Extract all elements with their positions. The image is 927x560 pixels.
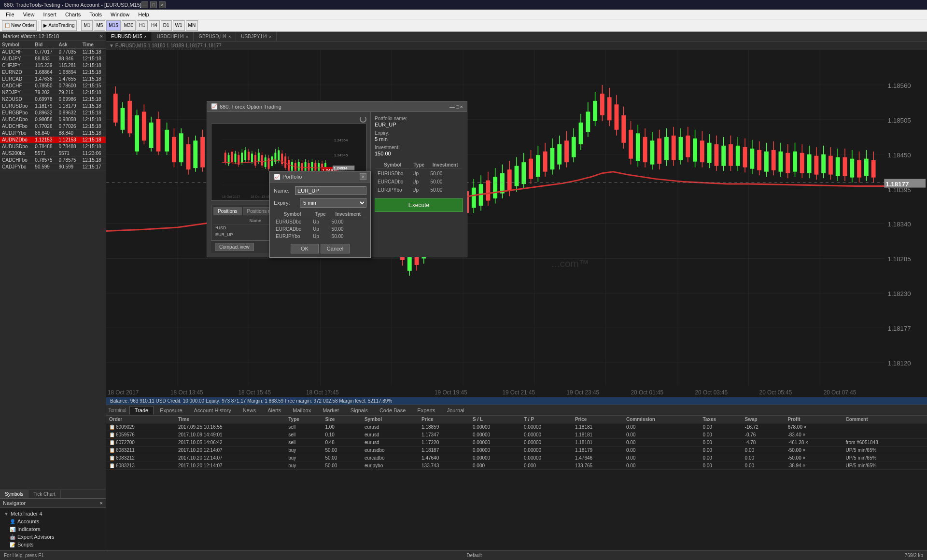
maximize-button[interactable]: □: [150, 1, 157, 8]
term-tab-mailbox[interactable]: Mailbox: [287, 406, 316, 415]
chart-tab-usdchf[interactable]: USDCHF,H4 ×: [152, 32, 194, 41]
portfolio-name-input[interactable]: [295, 186, 366, 195]
market-watch-table[interactable]: Symbol Bid Ask Time AUDCHF 0.77017 0.770…: [0, 41, 106, 490]
market-watch-row[interactable]: AUDJPY 88.833 88.846 12:15:18: [0, 56, 106, 62]
market-watch-row[interactable]: CHFJPY 115.239 115.281 12:15:18: [0, 62, 106, 69]
menu-view[interactable]: View: [19, 11, 39, 18]
autotrading-button[interactable]: ▶ AutoTrading: [41, 20, 77, 31]
nav-indicators[interactable]: 📊 Indicators: [2, 525, 104, 533]
market-watch-row[interactable]: AUDCHFbo 0.77026 0.77026 12:15:18: [0, 123, 106, 130]
chart-tab-eurusd[interactable]: EURUSD,M15 ×: [106, 32, 152, 41]
market-watch-row[interactable]: AUS200bo 5571 5571 11:23:06: [0, 150, 106, 157]
toolbar-btn-m5[interactable]: M5: [94, 20, 105, 31]
execute-button[interactable]: Execute: [375, 198, 463, 212]
market-watch-row[interactable]: EURNZD 1.68864 1.68894 12:15:18: [0, 69, 106, 76]
portfolio-ok-button[interactable]: OK: [291, 244, 319, 253]
trade-row[interactable]: 📋6059576 2017.10.09 14:49:01 sell 0.10 e…: [106, 431, 927, 439]
menu-tools[interactable]: Tools: [85, 11, 106, 18]
market-watch-row[interactable]: CADCHF 0.78550 0.78600 12:15:15: [0, 83, 106, 89]
trade-taxes: 0.00: [700, 439, 742, 447]
mw-ask: 88.840: [57, 130, 81, 137]
forex-refresh-icon[interactable]: [360, 116, 366, 123]
toolbar-btn-m15[interactable]: M15: [106, 20, 120, 31]
close-button[interactable]: ×: [159, 1, 166, 8]
term-tab-signals[interactable]: Signals: [345, 406, 373, 415]
market-watch-row[interactable]: NZDUSD 0.69978 0.69986 12:15:18: [0, 96, 106, 103]
trade-row[interactable]: 📋6083211 2017.10.20 12:14:07 buy 50.00 e…: [106, 447, 927, 454]
menu-insert[interactable]: Insert: [39, 11, 60, 18]
portfolio-expiry-select[interactable]: 5 min 1 min 2 min 10 min 15 min 30 min 1…: [300, 198, 366, 208]
chart-tab-close-eurusd[interactable]: ×: [144, 34, 146, 39]
toolbar-btn-d1[interactable]: D1: [161, 20, 172, 31]
market-watch-row[interactable]: CADJPYbo 90.599 90.599 12:15:17: [0, 164, 106, 170]
menu-charts[interactable]: Charts: [61, 11, 84, 18]
market-watch-row[interactable]: AUDCADbo 0.98058 0.98058 12:15:18: [0, 116, 106, 123]
toolbar-btn-m30[interactable]: M30: [122, 20, 136, 31]
portfolio-cancel-button[interactable]: Cancel: [321, 244, 350, 253]
compact-view-button[interactable]: Compact view: [215, 243, 254, 251]
term-tab-exposure[interactable]: Exposure: [154, 406, 187, 415]
market-watch-row[interactable]: AUDNZDbo 1.12153 1.12153 12:15:18: [0, 137, 106, 143]
mw-tab-symbols[interactable]: Symbols: [0, 490, 28, 498]
minimize-button[interactable]: —: [141, 1, 148, 8]
trade-row[interactable]: 📋6083213 2017.10.20 12:14:07 buy 50.00 e…: [106, 462, 927, 470]
market-watch-row[interactable]: AUDUSDbo 0.78488 0.78488 12:15:18: [0, 143, 106, 150]
market-watch-close[interactable]: ×: [100, 33, 103, 39]
trade-col-comment: Comment: [843, 416, 927, 423]
menu-window[interactable]: Window: [107, 11, 133, 18]
market-watch-row[interactable]: AUDCHF 0.77017 0.77035 12:15:18: [0, 49, 106, 56]
chart-tab-usdjpy[interactable]: USDJPY,H4 ×: [236, 32, 277, 41]
nav-expert-advisors[interactable]: 🤖 Expert Advisors: [2, 533, 104, 541]
chart-tab-close-gbpusd[interactable]: ×: [228, 34, 231, 39]
chart-tab-gbpusd[interactable]: GBPUSD,H4 ×: [194, 32, 236, 41]
chart-tab-close-usdjpy[interactable]: ×: [269, 34, 271, 39]
svg-text:19 Oct 21:45: 19 Oct 21:45: [502, 389, 535, 396]
trade-col-order: Order: [106, 416, 175, 423]
toolbar-btn-h4[interactable]: H4: [149, 20, 160, 31]
forex-dialog-close[interactable]: ×: [460, 104, 463, 110]
portfolio-dialog-close[interactable]: ×: [360, 173, 366, 180]
forex-dialog-maximize[interactable]: □: [456, 104, 459, 110]
chart-tab-close-usdchf[interactable]: ×: [186, 34, 188, 39]
term-tab-codebase[interactable]: Code Base: [374, 406, 411, 415]
market-watch-row[interactable]: NZDJPY 79.202 79.216 12:15:18: [0, 89, 106, 96]
term-tab-trade[interactable]: Trade: [129, 406, 154, 415]
market-watch-row[interactable]: AUDJPYbo 88.840 88.840 12:15:18: [0, 130, 106, 137]
toolbar-btn-h1[interactable]: H1: [137, 20, 148, 31]
menu-file[interactable]: File: [2, 11, 18, 18]
navigator-close[interactable]: ×: [100, 500, 103, 506]
term-tab-news[interactable]: News: [238, 406, 262, 415]
fp-symbol: EURJPYbo: [376, 186, 409, 194]
market-watch-row[interactable]: EURUSDbo 1.18179 1.18179 12:15:18: [0, 103, 106, 110]
toolbar-btn-1[interactable]: M1: [81, 20, 93, 31]
mw-ask: 0.69986: [57, 96, 81, 103]
toolbar-btn-w1[interactable]: W1: [173, 20, 185, 31]
portfolio-dialog-header[interactable]: 📈 Portfolio ×: [270, 171, 370, 182]
term-tab-market[interactable]: Market: [317, 406, 344, 415]
term-tab-journal[interactable]: Journal: [442, 406, 470, 415]
trade-row[interactable]: 📋6083212 2017.10.20 12:14:07 buy 50.00 e…: [106, 454, 927, 462]
trade-size: 50.00: [322, 447, 361, 454]
trade-row[interactable]: 📋6072700 2017.10.05 14:06:42 sell 0.48 e…: [106, 439, 927, 447]
toolbar-btn-mn[interactable]: MN: [186, 20, 198, 31]
menu-help[interactable]: Help: [134, 11, 153, 18]
nav-accounts[interactable]: 👤 Accounts: [2, 518, 104, 525]
trade-order: 📋6083213: [106, 462, 175, 470]
trade-row[interactable]: 📋6009029 2017.09.25 10:16:55 sell 1.00 e…: [106, 423, 927, 431]
market-watch-row[interactable]: CADCHFbo 0.78575 0.78575 12:15:18: [0, 157, 106, 164]
term-tab-account-history[interactable]: Account History: [189, 406, 237, 415]
term-tab-experts[interactable]: Experts: [412, 406, 440, 415]
forex-dialog-minimize[interactable]: —: [449, 104, 455, 110]
svg-text:...com™: ...com™: [551, 258, 589, 269]
term-tab-alerts[interactable]: Alerts: [262, 406, 286, 415]
forex-dialog-header[interactable]: 📈 680: Forex Option Trading — □ ×: [207, 101, 467, 112]
market-watch-row[interactable]: EURCAD 1.47636 1.47655 12:15:18: [0, 76, 106, 83]
trade-table[interactable]: Order Time Type Size Symbol Price S / L …: [106, 416, 927, 550]
new-order-button[interactable]: 📋 New Order: [2, 20, 37, 31]
forex-positions-tab[interactable]: Positions: [213, 207, 242, 215]
chart-tab-label-gbpusd: GBPUSD,H4: [198, 34, 226, 39]
market-watch-row[interactable]: EURGBPbo 0.89632 0.89632 12:15:18: [0, 110, 106, 116]
mw-tab-tick[interactable]: Tick Chart: [28, 490, 60, 498]
nav-scripts[interactable]: 📝 Scripts: [2, 541, 104, 548]
mw-bid: 1.47636: [33, 76, 56, 83]
